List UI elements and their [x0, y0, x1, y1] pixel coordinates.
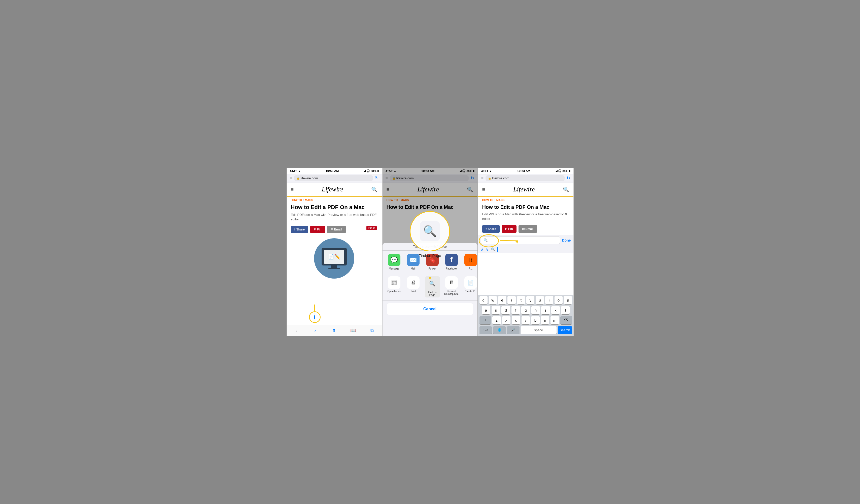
open-news-action-2[interactable]: 📰 Open News: [387, 276, 402, 298]
key-e-3[interactable]: e: [498, 296, 506, 304]
search-mag-icon-3: 🔍: [484, 238, 488, 242]
connector-line-2: [429, 258, 430, 278]
cursor-3: [489, 238, 489, 243]
tabs-btn-1[interactable]: ⧉: [368, 327, 377, 334]
key-shift-3[interactable]: ⇧: [479, 316, 491, 325]
address-bar-3[interactable]: ≡ 🔒 lifewire.com ↻: [478, 174, 573, 183]
menu-btn-1[interactable]: ≡: [290, 176, 292, 181]
key-k-3[interactable]: k: [551, 306, 560, 314]
screen-1: AT&T ▲ 10:53 AM ◢ 🎧 88% ▮ ≡ 🔒 lifewire.c…: [287, 168, 382, 336]
done-btn-3[interactable]: Done: [562, 238, 571, 242]
pin-btn-1[interactable]: P Pin: [310, 226, 325, 233]
location-icon-3: ◢: [555, 169, 557, 173]
key-space-3[interactable]: space: [521, 326, 557, 334]
key-p-3[interactable]: p: [564, 296, 572, 304]
share-btn-1[interactable]: f Share: [291, 226, 308, 233]
key-x-3[interactable]: x: [502, 316, 511, 325]
email-btn-1[interactable]: ✉ Email: [327, 226, 346, 233]
key-r-3[interactable]: r: [507, 296, 516, 304]
create-pdf-action-2[interactable]: 📄 Create P...: [463, 276, 478, 298]
cancel-btn-2[interactable]: Cancel: [387, 303, 473, 315]
status-bar-3: AT&T ▲ 10:53 AM ◢ 🎧 88% ▮: [478, 168, 573, 174]
breadcrumb-sep-3: ›: [494, 199, 495, 201]
keyboard-3: q w e r t y u i o p a s d f g h j k l: [478, 295, 573, 336]
bottom-toolbar-1: ‹ › ⬆ 📖 ⧉: [287, 325, 382, 336]
request-desktop-action-2[interactable]: 🖥 Request Desktop Site: [444, 276, 459, 298]
breadcrumb-3: HOW TO › MACS: [478, 197, 573, 203]
key-globe-3[interactable]: 🌐: [493, 326, 506, 334]
key-z-3[interactable]: z: [492, 316, 501, 325]
macs-link-3[interactable]: MACS: [496, 199, 504, 202]
key-search-3[interactable]: Search: [558, 326, 572, 334]
key-n-3[interactable]: n: [541, 316, 549, 325]
breadcrumb-1: HOW TO › MACS: [287, 197, 382, 203]
key-j-3[interactable]: j: [541, 306, 550, 314]
message-app-2[interactable]: 💬 Message: [387, 254, 402, 270]
headphones-icon-3: 🎧: [558, 169, 562, 173]
address-bar-1[interactable]: ≡ 🔒 lifewire.com ↻: [287, 174, 382, 183]
search-icon-3[interactable]: 🔍: [563, 186, 569, 192]
search-bar-3[interactable]: 🔍 Done: [478, 235, 573, 246]
refresh-btn-1[interactable]: ↻: [375, 175, 379, 181]
share-circle-1[interactable]: ⬆: [309, 311, 320, 323]
carrier-3: AT&T: [481, 170, 489, 173]
open-news-label-2: Open News: [387, 290, 400, 293]
key-o-3[interactable]: o: [555, 296, 563, 304]
print-icon-2: 🖨: [407, 276, 419, 289]
print-action-2[interactable]: 🖨 Print: [406, 276, 421, 298]
macs-link-1[interactable]: MACS: [305, 199, 313, 202]
find-on-page-highlight-2: 🔍 Find on Page: [410, 211, 450, 278]
lock-icon-1: 🔒: [297, 177, 300, 179]
find-on-page-icon-2: 🔍: [426, 277, 439, 290]
refresh-btn-3[interactable]: ↻: [567, 175, 570, 181]
key-q-3[interactable]: q: [479, 296, 488, 304]
howto-link-3[interactable]: HOW TO: [482, 199, 493, 202]
howto-link-1[interactable]: HOW TO: [291, 199, 302, 202]
hamburger-icon-1[interactable]: ≡: [291, 187, 294, 192]
open-news-icon-2: 📰: [388, 276, 400, 289]
key-a-3[interactable]: a: [482, 306, 490, 314]
message-icon-2: 💬: [388, 254, 400, 266]
hamburger-icon-3[interactable]: ≡: [482, 187, 485, 192]
back-btn-1[interactable]: ‹: [292, 327, 301, 334]
key-s-3[interactable]: s: [491, 306, 500, 314]
key-g-3[interactable]: g: [521, 306, 530, 314]
key-h-3[interactable]: h: [531, 306, 540, 314]
key-f-3[interactable]: f: [512, 306, 520, 314]
email-btn-3[interactable]: ✉ Email: [518, 225, 537, 233]
share-buttons-3: f Share P Pin ✉ Email: [478, 223, 573, 235]
share-toolbar-btn-1[interactable]: ⬆: [330, 327, 339, 334]
mac-illustration-1: 📄✏️: [314, 238, 354, 278]
battery-icon-3: ▮: [569, 169, 570, 173]
prev-result-btn-3[interactable]: ∧: [481, 247, 484, 252]
key-b-3[interactable]: b: [531, 316, 540, 325]
next-result-btn-3[interactable]: ∨: [486, 247, 489, 252]
menu-btn-3[interactable]: ≡: [481, 176, 484, 181]
key-row-2-3: a s d f g h j k l: [478, 305, 573, 315]
forward-btn-1[interactable]: ›: [311, 327, 320, 334]
search-icon-1[interactable]: 🔍: [371, 186, 377, 192]
key-c-3[interactable]: c: [512, 316, 520, 325]
share-btn-3[interactable]: f Share: [482, 225, 500, 233]
key-mic-3[interactable]: 🎤: [507, 326, 519, 334]
key-m-3[interactable]: m: [550, 316, 559, 325]
key-y-3[interactable]: y: [526, 296, 534, 304]
more-icon-2: R: [464, 254, 477, 266]
key-l-3[interactable]: l: [561, 306, 570, 314]
key-123-3[interactable]: 123: [479, 326, 492, 334]
key-u-3[interactable]: u: [536, 296, 544, 304]
bookmark-btn-1[interactable]: 📖: [348, 327, 358, 334]
key-w-3[interactable]: w: [489, 296, 497, 304]
more-label-2: R...: [469, 267, 473, 270]
key-delete-3[interactable]: ⌫: [560, 316, 572, 325]
key-d-3[interactable]: d: [501, 306, 510, 314]
site-header-3: ≡ Lifewire 🔍: [478, 183, 573, 197]
share-up-icon-1: ⬆: [313, 314, 317, 320]
find-on-page-action-2[interactable]: 🔍 Find on Page: [425, 276, 440, 298]
location-icon-1: ◢: [364, 169, 366, 173]
key-t-3[interactable]: t: [517, 296, 525, 304]
key-v-3[interactable]: v: [521, 316, 530, 325]
more-app-2[interactable]: R R...: [463, 254, 477, 270]
key-i-3[interactable]: i: [545, 296, 553, 304]
headphones-icon-1: 🎧: [367, 169, 370, 173]
